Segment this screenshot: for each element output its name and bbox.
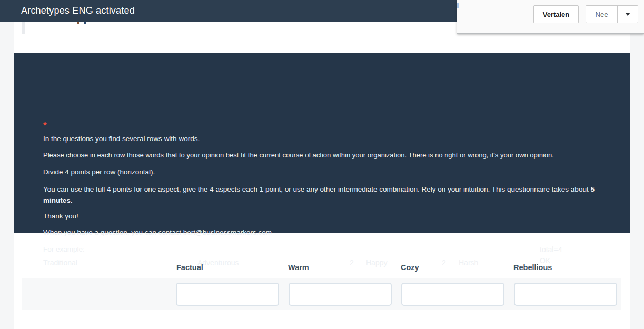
decline-button[interactable]: Nee (586, 6, 618, 23)
instruction-line: Thank you! (43, 212, 78, 221)
example-word: Traditional (43, 258, 77, 267)
required-asterisk-icon: * (43, 121, 47, 130)
instruction-line: In the questions you find several rows w… (43, 134, 200, 143)
clipped-text-remnant (84, 22, 86, 24)
example-points: 2 (350, 258, 354, 267)
points-input-factual[interactable] (176, 283, 279, 306)
page-title: Archetypes ENG activated (21, 5, 135, 16)
contact-line: When you have a question, you can contac… (43, 228, 272, 237)
translate-popup: Vertalen Nee (457, 0, 644, 34)
points-input-warm[interactable] (289, 283, 392, 306)
example-word: Adventurous (197, 258, 239, 267)
scrollbar-remnant (22, 22, 25, 34)
column-label-warm: Warm (288, 263, 309, 272)
example-points: 2 (442, 258, 446, 267)
instruction-text: You can use the full 4 points for one as… (43, 185, 589, 193)
example-total: total=4 (540, 244, 562, 255)
translate-icon-remnant (457, 3, 459, 8)
column-label-rebellious: Rebellious (513, 263, 552, 272)
points-input-cozy[interactable] (401, 283, 504, 306)
instruction-line: Divide 4 points per row (horizontal). (43, 167, 155, 176)
example-label: For example: (43, 245, 85, 254)
instruction-paragraph: You can use the full 4 points for one as… (43, 184, 615, 206)
example-word: Happy (366, 258, 387, 267)
chevron-down-icon (625, 13, 630, 16)
decline-split-button: Nee (586, 5, 638, 23)
column-label-factual: Factual (176, 263, 203, 272)
translate-button[interactable]: Vertalen (533, 5, 579, 23)
example-word: Harsh (459, 258, 478, 267)
instruction-line: Please choose in each row those words th… (43, 151, 554, 159)
app-window: Archetypes ENG activated * In the questi… (0, 0, 644, 329)
clipped-text-remnant (77, 22, 79, 24)
decline-dropdown-button[interactable] (618, 6, 638, 23)
points-input-rebellious[interactable] (514, 283, 617, 306)
instructions-panel: * In the questions you find several rows… (14, 53, 630, 233)
column-label-cozy: Cozy (401, 263, 419, 272)
